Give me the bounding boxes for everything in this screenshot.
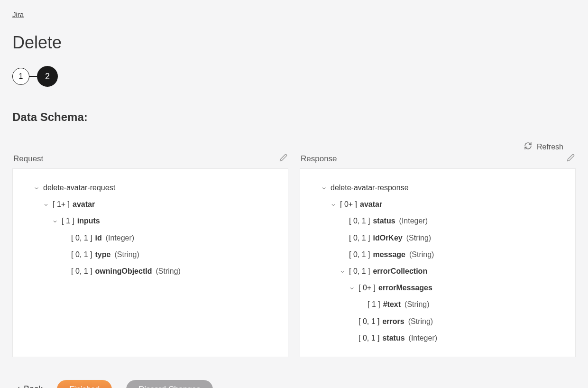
tree-node-owningObjectId[interactable]: [ 0, 1 ] owningObjectId (String) <box>20 263 280 279</box>
section-title: Data Schema: <box>12 111 576 124</box>
discard-button[interactable]: Discard Changes <box>126 380 212 388</box>
edit-response-icon[interactable] <box>567 154 575 164</box>
chevron-down-icon[interactable] <box>320 185 328 191</box>
chevron-down-icon[interactable] <box>339 269 346 275</box>
tree-node-avatar[interactable]: [ 1+ ] avatar <box>20 196 280 212</box>
tree-node-errorMessages[interactable]: [ 0+ ] errorMessages <box>308 279 568 296</box>
refresh-icon <box>524 142 532 152</box>
refresh-label: Refresh <box>537 143 563 151</box>
tree-node-request-root[interactable]: delete-avatar-request <box>20 179 280 196</box>
response-card: delete-avatar-response [ 0+ ] avatar [ 0… <box>300 168 576 357</box>
tree-node-errorCollection[interactable]: [ 0, 1 ] errorCollection <box>308 263 568 279</box>
chevron-down-icon[interactable] <box>33 185 40 191</box>
chevron-down-icon[interactable] <box>42 202 50 208</box>
tree-node-inputs[interactable]: [ 1 ] inputs <box>20 212 280 229</box>
chevron-down-icon[interactable] <box>330 202 337 208</box>
request-card: delete-avatar-request [ 1+ ] avatar [ 1 … <box>12 168 288 357</box>
back-label: Back <box>24 384 43 388</box>
tree-node-id[interactable]: [ 0, 1 ] id (Integer) <box>20 230 280 246</box>
response-title: Response <box>301 154 337 164</box>
tree-node-status[interactable]: [ 0, 1 ] status (Integer) <box>308 212 568 229</box>
response-column: Response delete-avatar-response [ 0+ ] a… <box>300 154 576 357</box>
back-button[interactable]: Back <box>16 384 43 388</box>
tree-node-message[interactable]: [ 0, 1 ] message (String) <box>308 246 568 263</box>
tree-node-idOrKey[interactable]: [ 0, 1 ] idOrKey (String) <box>308 230 568 246</box>
tree-node-response-root[interactable]: delete-avatar-response <box>308 179 568 196</box>
step-1[interactable]: 1 <box>12 68 29 85</box>
chevron-down-icon[interactable] <box>348 286 356 291</box>
finished-button[interactable]: Finished <box>57 380 112 388</box>
tree-node-status2[interactable]: [ 0, 1 ] status (Integer) <box>308 330 568 346</box>
edit-request-icon[interactable] <box>279 154 287 164</box>
stepper: 1 2 <box>12 66 576 87</box>
request-column: Request delete-avatar-request [ 1+ ] ava… <box>12 154 288 357</box>
breadcrumb-jira[interactable]: Jira <box>12 10 24 18</box>
chevron-down-icon[interactable] <box>51 219 59 224</box>
step-connector <box>29 76 37 77</box>
request-title: Request <box>13 154 43 164</box>
tree-node-avatar-resp[interactable]: [ 0+ ] avatar <box>308 196 568 212</box>
refresh-button[interactable]: Refresh <box>524 142 563 152</box>
tree-node-errors[interactable]: [ 0, 1 ] errors (String) <box>308 313 568 330</box>
step-2[interactable]: 2 <box>37 66 58 87</box>
tree-node-text[interactable]: [ 1 ] #text (String) <box>308 296 568 313</box>
chevron-left-icon <box>16 384 21 388</box>
page-title: Delete <box>12 33 576 53</box>
tree-node-type[interactable]: [ 0, 1 ] type (String) <box>20 246 280 263</box>
